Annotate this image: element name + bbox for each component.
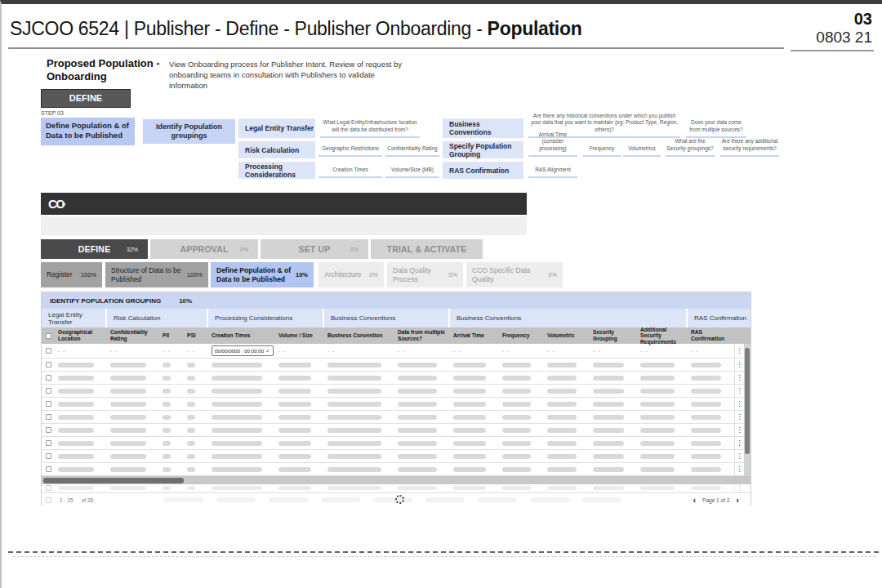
row-menu-kebab-icon[interactable]: ⋮ [734,398,744,410]
row-menu-kebab-icon[interactable]: ⋮ [734,359,744,371]
grid-section-title: IDENTIFY POPULATION GROUPING [50,297,161,305]
next-page-icon[interactable]: › [736,496,739,505]
subtab-cco-specific-data-quality-percent: 0% [548,271,557,278]
row-checkbox[interactable] [46,401,51,407]
row-checkbox[interactable] [46,348,51,354]
subtab-define-population[interactable]: Define Population & of Data to be Publis… [211,262,314,287]
subtab-define-population-label: Define Population & of Data to be Publis… [216,266,292,283]
cell-placeholder: - - [398,348,406,354]
row-checkbox[interactable] [46,466,51,472]
row-menu-kebab-icon[interactable]: ⋮ [734,344,744,358]
table-cell [275,467,324,472]
placeholder-pill [398,467,437,472]
table-cell [184,486,208,490]
select-all-checkbox[interactable] [46,333,51,339]
tab-define-percent: 32% [127,247,138,252]
table-cell [159,363,184,368]
placeholder-pill [530,497,569,502]
table-cell [107,454,159,459]
date-code: 0803 21 [774,29,872,47]
tab-approval[interactable]: APPROVAL 0% [150,239,258,259]
datetime-dropdown[interactable]: 00/00/0000 : 00:00:00 ✓ [212,345,274,356]
table-cell [55,415,107,420]
placeholder-pill [502,486,531,490]
flow-box-processing-considerations: Processing Considerations [238,162,315,179]
subtab-data-quality-process-label: Data Quality Process [393,266,445,283]
col-header-psi: PSI [184,327,208,344]
placeholder-pill [502,363,531,368]
table-row-skeleton: ⋮ [42,398,751,411]
placeholder-pill [593,376,624,381]
question-creation-times: Creation Times [318,164,382,178]
placeholder-pill [453,363,486,368]
table-cell [637,467,688,472]
table-cell [159,467,184,472]
row-checkbox[interactable] [46,375,51,381]
table-cell [55,486,107,490]
row-checkbox[interactable] [46,414,51,420]
subtab-architecture[interactable]: Architecture 0% [318,262,384,287]
row-menu-kebab-icon[interactable]: ⋮ [734,450,744,462]
vertical-scrollbar[interactable] [744,344,751,476]
placeholder-pill [398,402,437,407]
placeholder-pill [547,415,577,420]
row-checkbox[interactable] [46,485,51,491]
table-cell [499,402,544,407]
placeholder-pill [278,376,311,381]
table-cell [208,441,275,446]
table-cell [208,454,275,459]
table-cell [544,376,590,381]
row-checkbox[interactable] [46,440,51,446]
row-checkbox[interactable] [46,427,51,433]
placeholder-pill [593,402,624,407]
define-button[interactable]: DEFINE [41,89,131,108]
row-menu-kebab-icon[interactable]: ⋮ [734,424,744,436]
cell-placeholder: - - [110,348,118,354]
col-header-data-multiple-sources: Data from multiple Sources? [394,327,450,344]
row-menu-kebab-icon[interactable]: ⋮ [734,463,744,475]
row-menu-kebab-icon[interactable]: ⋮ [734,372,744,384]
row-checkbox[interactable] [46,388,51,394]
tab-trial-activate[interactable]: TRIAL & ACTIVATE [371,239,483,259]
row-menu-kebab-icon[interactable]: ⋮ [734,385,744,397]
flow-box-ras-confirmation: RAS Confirmation [443,162,523,179]
placeholder-pill [691,486,721,490]
placeholder-pill [110,486,146,490]
question-legal-entity-location: What Legal Entity/Infrastructure locatio… [320,118,420,138]
placeholder-pill [164,497,203,502]
placeholder-pill [502,454,531,459]
cell-placeholder: - - [640,348,648,354]
table-cell [544,441,590,446]
row-checkbox[interactable] [46,453,51,459]
placeholder-pill [398,363,437,368]
table-cell [499,467,544,472]
subtab-cco-specific-data-quality[interactable]: CCO Specific Data Quality 0% [466,262,563,287]
table-cell [544,467,590,472]
footer-checkbox-cell [42,497,55,503]
row-menu-kebab-icon[interactable]: ⋮ [734,484,744,492]
table-cell [107,467,159,472]
horizontal-scrollbar-thumb[interactable] [43,478,184,483]
table-cell [637,486,688,490]
tab-define[interactable]: DEFINE 32% [41,239,148,259]
placeholder-pill [398,428,437,433]
horizontal-scrollbar[interactable] [42,476,751,484]
row-checkbox-cell [42,388,55,394]
col-header-additional-security: Additional Security Requirements [637,327,688,344]
subtab-register[interactable]: Register 100% [41,262,102,287]
table-cell [544,402,590,407]
table-cell [590,389,637,394]
prev-page-icon[interactable]: ‹ [693,496,696,505]
subtab-data-quality-process[interactable]: Data Quality Process 0% [387,262,463,287]
row-checkbox[interactable] [46,362,51,368]
row-menu-kebab-icon[interactable]: ⋮ [734,437,744,449]
question-multiple-sources: Does your data come from multiple source… [686,118,746,138]
row-menu-kebab-icon[interactable]: ⋮ [734,411,744,423]
table-cell [208,467,275,472]
tab-setup[interactable]: SET UP 0% [261,239,368,259]
vertical-scrollbar-thumb[interactable] [745,348,750,454]
table-cell [324,467,394,472]
subtab-structure-of-data[interactable]: Structure of Data to be Published 100% [105,262,208,287]
table-cell [450,486,499,490]
placeholder-pill [212,363,262,368]
